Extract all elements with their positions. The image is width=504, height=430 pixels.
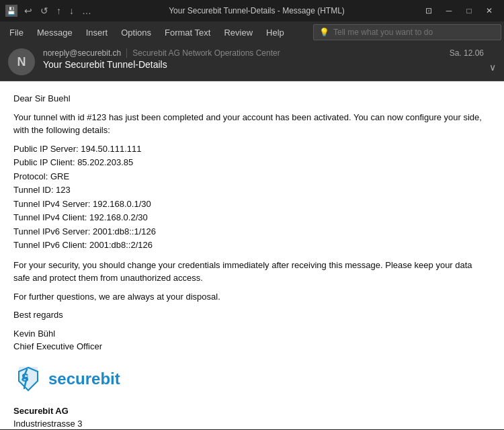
close-button[interactable]: ✕ (480, 1, 499, 20)
email-body: Dear Sir Buehl Your tunnel with id #123 … (0, 81, 504, 429)
sig-name: Kevin Bühl (13, 327, 491, 341)
redo-button[interactable]: ↺ (38, 5, 51, 16)
email-header: N noreply@securebit.ch Securebit AG Netw… (0, 43, 504, 81)
detail-ipv6-client: Tunnel IPv6 Client: 2001:db8::2/126 (13, 239, 491, 252)
toolbar-controls[interactable]: ↩ ↺ ↑ ↓ … (22, 5, 94, 16)
menu-message[interactable]: Message (30, 25, 79, 40)
menu-review[interactable]: Review (217, 25, 259, 40)
logo-text: securebit (48, 367, 120, 391)
save-icon: 💾 (5, 5, 17, 17)
email-date: Sa. 12.06 (450, 48, 484, 58)
menu-options[interactable]: Options (114, 25, 158, 40)
signature: Kevin Bühl Chief Executive Officer (13, 327, 491, 353)
email-greeting: Dear Sir Buehl (13, 92, 491, 105)
securebit-logo-icon: S (13, 364, 43, 394)
window-title: Your Securebit Tunnel-Details - Message … (94, 6, 419, 15)
detail-ipv6-server: Tunnel IPv6 Server: 2001:db8::1/126 (13, 225, 491, 239)
menu-help[interactable]: Help (259, 25, 291, 40)
sig-title: Chief Executive Officer (13, 340, 491, 353)
email-meta: noreply@securebit.ch Securebit AG Networ… (43, 48, 450, 70)
menu-file[interactable]: File (3, 25, 30, 40)
window-controls[interactable]: ⊡ ─ □ ✕ (419, 1, 499, 20)
undo-button[interactable]: ↩ (22, 5, 35, 16)
detail-public-ip-client: Public IP Client: 85.202.203.85 (13, 156, 491, 169)
minimize-button[interactable]: ─ (439, 1, 458, 20)
menu-insert[interactable]: Insert (79, 25, 115, 40)
email-subject: Your Securebit Tunnel-Details (43, 59, 450, 70)
detail-ipv4-client: Tunnel IPv4 Client: 192.168.0.2/30 (13, 211, 491, 224)
more-button[interactable]: … (79, 5, 94, 16)
detail-tunnel-id: Tunnel ID: 123 (13, 183, 491, 197)
email-regards: Best regards (13, 308, 491, 322)
sender-email: noreply@securebit.ch (43, 48, 121, 58)
email-details: Public IP Server: 194.50.111.111 Public … (13, 142, 491, 252)
email-intro: Your tunnel with id #123 has just been c… (13, 111, 491, 137)
search-box[interactable]: 💡 (313, 24, 501, 40)
detail-public-ip-server: Public IP Server: 194.50.111.111 (13, 142, 491, 156)
title-bar: 💾 ↩ ↺ ↑ ↓ … Your Securebit Tunnel-Detail… (0, 0, 504, 22)
maximize-button[interactable]: □ (460, 1, 478, 20)
lightbulb-icon: 💡 (319, 28, 329, 37)
company-info: Securebit AG Industriestrasse 3 6345 Neu… (13, 404, 491, 430)
avatar: N (8, 48, 35, 75)
menu-bar: File Message Insert Options Format Text … (0, 22, 504, 43)
company-name: Securebit AG (13, 404, 491, 418)
restore-button[interactable]: ⊡ (419, 1, 438, 20)
detail-protocol: Protocol: GRE (13, 170, 491, 183)
down-button[interactable]: ↓ (67, 5, 77, 16)
menu-format-text[interactable]: Format Text (158, 25, 217, 40)
title-bar-left: 💾 ↩ ↺ ↑ ↓ … (5, 5, 94, 17)
sender-org: Securebit AG Network Operations Center (126, 48, 280, 58)
email-further: For further questions, we are always at … (13, 290, 491, 304)
company-address1: Industriestrasse 3 (13, 417, 491, 429)
up-button[interactable]: ↑ (54, 5, 64, 16)
detail-ipv4-server: Tunnel IPv4 Server: 192.168.0.1/30 (13, 198, 491, 211)
expand-icon[interactable]: ∨ (489, 62, 496, 73)
search-input[interactable] (333, 28, 495, 37)
logo-section: S securebit (13, 364, 491, 394)
email-security-note: For your security, you should change you… (13, 259, 491, 285)
email-from-line: noreply@securebit.ch Securebit AG Networ… (43, 48, 450, 58)
